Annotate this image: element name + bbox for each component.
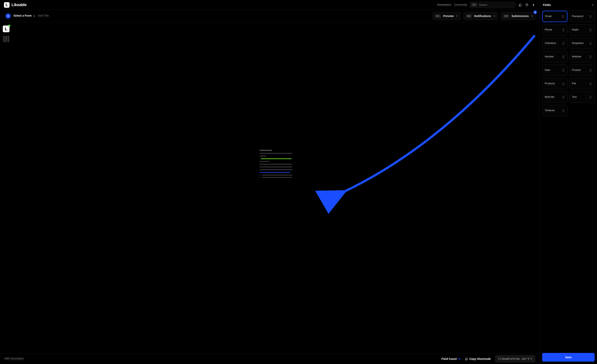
field-card-label: Number xyxy=(545,55,554,59)
field-count-value: +1 xyxy=(457,357,461,360)
field-card-label: Multi-file xyxy=(545,95,554,99)
tab-shortcut: ⌘X xyxy=(435,14,441,18)
drag-handle-icon[interactable] xyxy=(563,29,565,31)
tab-preview[interactable]: ⌘X Preview + xyxy=(432,12,461,20)
drag-handle-icon[interactable] xyxy=(563,56,565,58)
field-card-label: Products xyxy=(545,82,555,85)
drag-handle-icon[interactable] xyxy=(562,15,565,18)
onboarding-arrow xyxy=(12,22,540,353)
nav-community[interactable]: Community xyxy=(454,3,467,7)
field-card-label: Product xyxy=(572,68,581,72)
field-card-label: Dropdown xyxy=(572,42,584,45)
field-card-label: Website xyxy=(572,55,581,59)
title-input[interactable]: Add Title xyxy=(38,14,49,18)
field-card-file[interactable]: File xyxy=(569,78,595,89)
field-card-textarea[interactable]: Textarea xyxy=(542,105,567,116)
tab-shortcut: ⌘B xyxy=(503,14,509,18)
copy-shortcode-label: Copy Shortcode xyxy=(470,357,491,360)
field-card-label: Email xyxy=(545,15,552,18)
brand-name: Likeable xyxy=(11,3,27,7)
search-box[interactable]: ⌘Z xyxy=(470,2,515,8)
drag-handle-icon[interactable] xyxy=(563,69,565,71)
drag-handle-icon[interactable] xyxy=(563,109,565,112)
add-field-button[interactable]: + xyxy=(592,3,594,7)
select-form-dropdown[interactable]: Select a Form ▼ xyxy=(14,14,35,18)
add-form-button[interactable]: + xyxy=(6,14,11,19)
field-card-password[interactable]: Password xyxy=(569,11,595,22)
copy-shortcode-button[interactable]: Copy Shortcode xyxy=(465,357,491,360)
plus-icon[interactable]: + xyxy=(531,14,533,18)
drag-handle-icon[interactable] xyxy=(563,96,565,98)
drag-handle-icon[interactable] xyxy=(590,56,592,58)
tab-label: Preview xyxy=(443,15,454,18)
left-rail: L xyxy=(0,22,12,353)
field-card-phone[interactable]: Phone xyxy=(542,24,567,36)
svg-rect-2 xyxy=(466,358,467,360)
fields-panel: Fields + EmailPasswordPhoneRadioCheckbox… xyxy=(540,0,597,364)
subheader: + Select a Form ▼ Add Title ⌘X Preview +… xyxy=(0,10,540,22)
field-card-label: Radio xyxy=(572,28,579,32)
drag-handle-icon[interactable] xyxy=(590,83,592,85)
field-card-number[interactable]: Number xyxy=(542,51,567,62)
field-card-products[interactable]: Products xyxy=(542,78,567,89)
field-card-website[interactable]: Website xyxy=(569,51,595,62)
brand[interactable]: L Likeable xyxy=(4,2,27,8)
drag-handle-icon[interactable] xyxy=(590,96,592,98)
form-canvas[interactable] xyxy=(12,22,540,353)
description-input[interactable]: Add Description xyxy=(4,357,24,361)
tab-label: Submissions xyxy=(512,15,529,18)
search-input[interactable] xyxy=(479,3,514,6)
select-form-label: Select a Form xyxy=(14,14,32,18)
tab-label: Notifications xyxy=(474,15,491,18)
field-card-label: Password xyxy=(572,15,583,18)
field-card-checkbox[interactable]: Checkbox xyxy=(542,38,567,49)
drag-handle-icon[interactable] xyxy=(590,15,592,18)
footer: Add Description Field Count +1 Copy Shor… xyxy=(0,353,540,364)
svg-rect-0 xyxy=(519,4,521,6)
drag-handle-icon[interactable] xyxy=(563,83,565,85)
tab-shortcut: ⌘E xyxy=(466,14,472,18)
field-count-label: Field Count xyxy=(441,357,457,360)
empty-state-graphic xyxy=(260,150,292,179)
field-card-label: Checkbox xyxy=(545,42,556,45)
trash-icon[interactable] xyxy=(525,3,529,7)
field-card-label: Textarea xyxy=(545,109,555,112)
copy-icon xyxy=(465,357,468,360)
field-card-date[interactable]: Date xyxy=(542,64,567,76)
rail-layout-icon[interactable] xyxy=(3,36,9,42)
field-count: Field Count +1 xyxy=(441,357,461,360)
field-card-label: Text xyxy=(572,95,577,99)
panel-title: Fields xyxy=(543,3,551,7)
tab-notifications[interactable]: ⌘E Notifications + xyxy=(463,12,498,20)
svg-rect-1 xyxy=(526,4,528,6)
drag-handle-icon[interactable] xyxy=(563,42,565,45)
submissions-count-badge: 0 xyxy=(534,10,537,14)
top-header: L Likeable Marketplace Community ⌘Z xyxy=(0,0,540,10)
field-card-multi-file[interactable]: Multi-file xyxy=(542,91,567,103)
plus-icon[interactable]: + xyxy=(493,14,495,18)
rail-app-icon[interactable]: L xyxy=(3,25,9,32)
drag-handle-icon[interactable] xyxy=(590,69,592,71)
field-card-text[interactable]: Text xyxy=(569,91,595,103)
field-card-dropdown[interactable]: Dropdown xyxy=(569,38,595,49)
plus-icon[interactable]: + xyxy=(456,14,458,18)
nav-marketplace[interactable]: Marketplace xyxy=(437,3,451,7)
chevron-down-icon: ▼ xyxy=(33,15,35,17)
field-card-label: Date xyxy=(545,68,550,72)
field-card-label: File xyxy=(572,82,576,85)
field-card-product[interactable]: Product xyxy=(569,64,595,76)
field-card-email[interactable]: Email xyxy=(542,11,567,22)
logo-icon: L xyxy=(4,2,9,8)
field-card-radio[interactable]: Radio xyxy=(569,24,595,36)
save-button[interactable]: Save xyxy=(542,353,595,362)
field-card-label: Phone xyxy=(545,28,552,32)
drag-handle-icon[interactable] xyxy=(590,42,592,45)
shortcode-value[interactable]: [likeableforms id="1"] xyxy=(495,355,535,362)
tab-submissions[interactable]: ⌘B Submissions + 0 xyxy=(501,12,536,20)
search-shortcut: ⌘Z xyxy=(471,3,477,7)
clipboard-icon[interactable] xyxy=(518,3,522,7)
drag-handle-icon[interactable] xyxy=(590,29,592,31)
bolt-icon[interactable] xyxy=(532,3,536,7)
